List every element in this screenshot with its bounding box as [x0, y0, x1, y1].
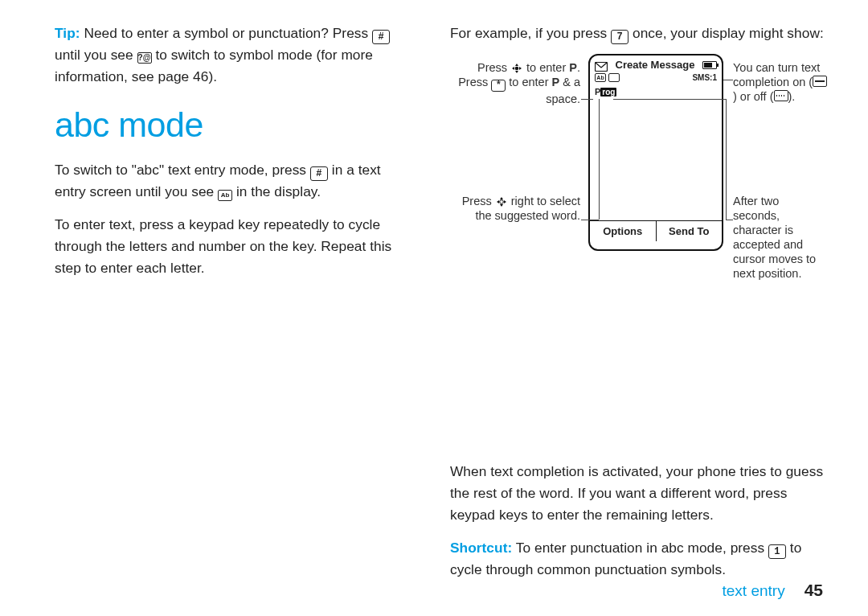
completion-on-icon [813, 76, 827, 87]
leader-line [726, 220, 733, 220]
phone-screen-mock: Create Message Ab SMS:1 Prog Options Se [588, 54, 723, 251]
phone-body-blank [590, 98, 722, 220]
phone-title: Create Message [616, 59, 695, 71]
suggested-completion: rog [600, 88, 616, 97]
tip-text-1: Need to enter a symbol or punctuation? P… [80, 25, 372, 41]
abc-mode-icon: Ab [218, 190, 232, 201]
example-intro: For example, if you press 7 once, your d… [450, 23, 828, 44]
annotation-press-nav-right: Press right to select the suggested word… [450, 194, 580, 223]
intro-a: For example, if you press [450, 25, 611, 41]
svg-point-0 [515, 67, 519, 71]
hash-key-icon: # [310, 166, 328, 181]
completion-on-icon [608, 73, 620, 82]
manual-page: Tip: Need to enter a symbol or punctuati… [0, 0, 868, 616]
tip-label: Tip: [55, 25, 80, 41]
shortcut-a: To enter punctuation in abc mode, press [512, 540, 768, 556]
enter-text-paragraph: To enter text, press a keypad key repeat… [55, 214, 410, 279]
seven-key-icon: 7 [611, 30, 628, 44]
leader-line [581, 220, 599, 220]
completion-explainer: When text completion is activated, your … [450, 461, 828, 526]
tip-paragraph: Tip: Need to enter a symbol or punctuati… [55, 23, 410, 88]
footer-page-number: 45 [805, 581, 823, 600]
section-heading: abc mode [55, 105, 410, 145]
shortcut-paragraph: Shortcut: To enter punctuation in abc mo… [450, 537, 828, 581]
message-icon [595, 60, 608, 70]
sms-counter: SMS:1 [692, 73, 717, 82]
nav-key-icon [510, 62, 523, 75]
annotation-press-nav-enter-p: Press to enter P. Press * to enter P & a… [450, 60, 580, 106]
annotation-text-completion-toggle: You can turn text completion on () or of… [733, 60, 828, 104]
soft-key-left: Options [590, 221, 657, 241]
right-column: For example, if you press 7 once, your d… [450, 23, 828, 581]
phone-softkeys: Options Send To [590, 220, 722, 241]
one-key-icon: 1 [768, 544, 786, 559]
phone-status-row: Ab SMS:1 [590, 73, 722, 85]
leader-line [726, 99, 727, 220]
leader-line [599, 99, 600, 220]
p2c: in the display. [232, 183, 321, 199]
phone-diagram: Press to enter P. Press * to enter P & a… [450, 51, 828, 340]
symbol-mode-icon: ?@ [137, 52, 152, 64]
left-column: Tip: Need to enter a symbol or punctuati… [55, 23, 410, 279]
p2a: To switch to "abc" text entry mode, pres… [55, 162, 310, 178]
intro-b: once, your display might show: [628, 25, 824, 41]
abc-mode-icon: Ab [595, 73, 606, 82]
completion-off-icon [774, 90, 788, 101]
phone-text-line: Prog [590, 85, 722, 98]
leader-line [613, 99, 726, 100]
annotation-cursor-advance: After two seconds, character is accepted… [733, 194, 828, 281]
battery-icon [702, 61, 717, 69]
switch-mode-paragraph: To switch to "abc" text entry mode, pres… [55, 159, 410, 203]
nav-key-icon [495, 195, 508, 208]
page-footer: text entry 45 [722, 581, 823, 600]
leader-line [581, 99, 593, 100]
phone-header: Create Message [590, 55, 722, 73]
tip-text-2: until you see [55, 47, 137, 63]
leader-line [723, 80, 733, 80]
shortcut-label: Shortcut: [450, 540, 512, 556]
soft-key-right: Send To [657, 221, 723, 241]
hash-key-icon: # [372, 30, 390, 44]
typed-char: P [595, 87, 600, 97]
svg-point-1 [499, 200, 503, 204]
star-key-icon: * [491, 80, 506, 92]
footer-section-name: text entry [722, 582, 784, 600]
